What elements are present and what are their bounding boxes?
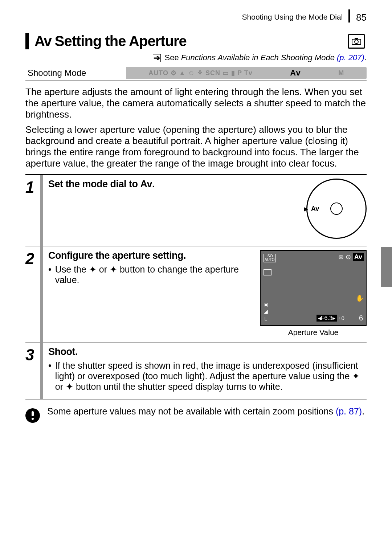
mode-m-dimmed: M	[338, 69, 344, 77]
step-bar	[40, 175, 43, 246]
page: Shooting Using the Mode Dial 85 Av Setti…	[0, 0, 392, 434]
bullet-pre: If the shutter speed is shown in red, th…	[55, 360, 358, 381]
step-content: Set the mode dial to Av.	[48, 179, 299, 241]
intro-paragraph-2: Selecting a lower aperture value (openin…	[25, 124, 367, 169]
step-2: 2 Configure the aperture setting. Use th…	[25, 246, 367, 343]
note-post: .	[362, 406, 364, 416]
bullet-pre: Use the	[55, 264, 89, 274]
note-pre: Some aperture values may not be availabl…	[47, 406, 336, 416]
intro-paragraph-1: The aperture adjusts the amount of light…	[25, 86, 367, 120]
lcd-bottom-row: ◂F6.3▸ ±0 6	[317, 314, 363, 322]
lcd-top-right: ⊛ ⊙ Av	[338, 253, 364, 261]
title-text: Setting the Aperture	[55, 33, 187, 49]
note-link[interactable]: (p. 87)	[336, 406, 362, 416]
page-header: Shooting Using the Mode Dial 85	[25, 11, 367, 24]
lcd-exp-comp: ±0	[338, 315, 344, 321]
lcd-flash-icon: ⊛ ⊙	[338, 253, 353, 261]
lcd-aperture-value: ◂F6.3▸	[317, 315, 337, 322]
step1-title-post: .	[152, 179, 155, 189]
svg-rect-2	[355, 38, 358, 40]
lcd-left-icons: ▣◢L	[264, 301, 268, 323]
step-number: 3	[25, 346, 40, 393]
dial-av-label: Av	[311, 205, 319, 213]
title-prefix: Av	[34, 33, 51, 49]
mode-icons-dimmed: AUTO ⚙ ▲ ☺ ⚘ SCN ▭ ▮ P Tv	[148, 69, 253, 77]
step-3: 3 Shoot. If the shutter speed is shown i…	[25, 343, 367, 399]
step2-bullet: Use the ✦ or ✦ button to change the aper…	[48, 264, 253, 285]
step1-title-pre: Set the mode dial to	[48, 179, 140, 189]
step-number: 1	[25, 179, 40, 241]
see-link[interactable]: (p. 207)	[337, 53, 364, 62]
svg-point-1	[355, 40, 358, 44]
bullet-post: button until the shutter speed display t…	[73, 381, 283, 392]
right-arrow-icon: ✦	[110, 264, 117, 274]
see-reference: ➔ See Functions Available in Each Shooti…	[25, 53, 367, 62]
step-title: Shoot.	[48, 346, 367, 357]
mode-icons-strip: AUTO ⚙ ▲ ☺ ⚘ SCN ▭ ▮ P Tv Av M	[126, 67, 367, 79]
arrow-icon: ➔	[153, 54, 161, 62]
shooting-mode-label: Shooting Mode	[28, 68, 86, 78]
left-arrow-icon: ✦	[352, 371, 360, 381]
mode-dial-icon: Av ▶	[306, 179, 367, 239]
lcd-shots-remaining: 6	[359, 314, 363, 322]
step-content: Shoot. If the shutter speed is shown in …	[48, 346, 367, 393]
section-title-row: Av Setting the Aperture	[25, 33, 367, 49]
step-title: Set the mode dial to Av.	[48, 179, 299, 190]
note-text: Some aperture values may not be availabl…	[47, 406, 364, 417]
lcd-iso-bot: AUTO	[265, 258, 275, 262]
lcd-hand-icon: ✋	[356, 294, 364, 302]
mode-av-active: Av	[290, 68, 301, 78]
aperture-caption: Aperture Value	[260, 328, 367, 337]
see-suffix: .	[364, 53, 367, 62]
step-number: 2	[25, 250, 40, 337]
dial-pointer-icon: ▶	[304, 205, 308, 212]
step1-title-mode: Av	[140, 179, 152, 189]
bullet-mid: or	[97, 264, 110, 274]
step-content: Configure the aperture setting. Use the …	[48, 250, 253, 337]
section-title: Av Setting the Aperture	[34, 33, 187, 49]
step-bar	[40, 343, 43, 399]
camera-icon	[348, 34, 365, 49]
bullet-mid: or	[55, 381, 66, 392]
step1-illustration: Av ▶	[306, 179, 367, 241]
step-title: Configure the aperture setting.	[48, 250, 253, 261]
steps-list: 1 Set the mode dial to Av. Av ▶ 2 Config…	[25, 174, 367, 400]
note-row: Some aperture values may not be availabl…	[25, 406, 367, 423]
page-number: 85	[356, 12, 367, 23]
lcd-iso-icon: ISO AUTO	[264, 254, 276, 262]
step2-illustration: ISO AUTO ⊛ ⊙ Av ▣◢L ✋ ◂F6.3▸ ±0 6	[260, 250, 367, 337]
breadcrumb: Shooting Using the Mode Dial	[242, 13, 343, 21]
lcd-screen: ISO AUTO ⊛ ⊙ Av ▣◢L ✋ ◂F6.3▸ ±0 6	[260, 250, 367, 326]
header-divider	[348, 9, 350, 23]
side-tab	[381, 247, 392, 287]
step-1: 1 Set the mode dial to Av. Av ▶	[25, 175, 367, 246]
see-italic: Functions Available in Each Shooting Mod…	[181, 53, 337, 62]
lcd-drive-icon	[264, 269, 271, 275]
see-prefix: See	[165, 53, 181, 62]
step3-bullet: If the shutter speed is shown in red, th…	[48, 360, 367, 392]
right-arrow-icon: ✦	[66, 381, 73, 392]
lcd-av-badge: Av	[353, 253, 364, 261]
step-bar	[40, 246, 43, 342]
left-arrow-icon: ✦	[89, 264, 97, 274]
caution-icon	[25, 408, 40, 423]
shooting-mode-row: Shooting Mode AUTO ⚙ ▲ ☺ ⚘ SCN ▭ ▮ P Tv …	[25, 65, 367, 81]
